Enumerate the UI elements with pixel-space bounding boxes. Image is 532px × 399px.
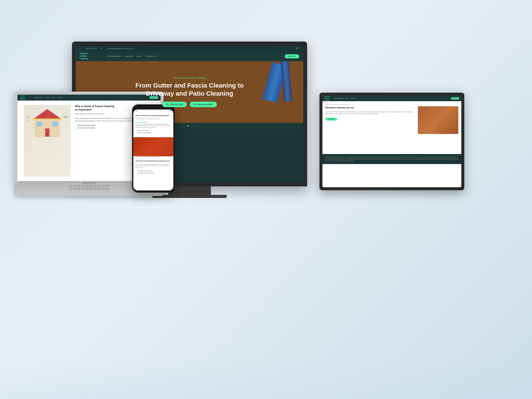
tablet-nav: externalsurfacecleaning. OUR SERVICES ▾ … [323, 96, 461, 101]
key [89, 185, 93, 187]
key [98, 185, 101, 187]
key [69, 185, 73, 187]
phone-check-2-text: Prevent Mould and Mildew [137, 132, 151, 133]
hero-buttons: 📞 Give us a Call ✉ Drop us an Email [162, 102, 217, 107]
phone-green-label: ▼ subtitle heading here [135, 121, 171, 123]
phone-s2-check-2-text: The condition of your brickwork [137, 172, 153, 174]
key [98, 188, 101, 190]
phone-status-bar: 9:41 ●●● [133, 109, 173, 113]
laptop-camera-notch [83, 182, 95, 184]
nav-link-faq[interactable]: FAQ HUB [126, 55, 133, 57]
laptop-diagram: Gutter Fascia Soffit Downpipe Brickwork [24, 105, 71, 177]
laptop-nav-services[interactable]: OUR SERVICES ▾ [34, 97, 43, 98]
tablet-nav-cta[interactable]: Call Us 📞 [451, 97, 459, 100]
topbar-phone: (000) 111 0000 [85, 48, 97, 49]
key [89, 188, 93, 190]
tablet-nav-logo: externalsurfacecleaning. [325, 96, 330, 101]
key [77, 188, 81, 190]
hero-subtitle: Omnia External Surface Cleaning [174, 77, 205, 79]
key [77, 185, 81, 187]
window-right [53, 122, 57, 126]
floor-surface [0, 356, 532, 399]
tablet-nav-blog[interactable]: BLOG [345, 98, 348, 99]
phone-check-1-text: Maintain Curb Appeal [137, 130, 149, 131]
phone-s2-check-icon-2: ✓ [135, 172, 137, 174]
laptop-nav-faq[interactable]: FAQ HUB [45, 97, 50, 98]
key [81, 188, 85, 190]
social-facebook[interactable]: f [192, 125, 192, 127]
email-btn-icon: ✉ [194, 103, 196, 105]
house-walls [35, 119, 59, 137]
phone-section2-title: How Much Does Brickwork Cleaning Cost? [135, 160, 171, 162]
nav-link-services[interactable]: OUR SERVICES ▾ [108, 55, 122, 57]
key [94, 185, 97, 187]
key [81, 185, 85, 187]
call-icon: 📞 [166, 103, 169, 105]
key [94, 188, 97, 190]
brick-vertical-lines [418, 106, 458, 134]
hero-title: From Gutter and Fascia Cleaning to Drive… [135, 81, 244, 97]
key [101, 185, 105, 187]
nav-links: OUR SERVICES ▾ FAQ HUB BLOG CONTACT US [108, 55, 156, 57]
key [69, 188, 73, 190]
diagram-labels: Gutter Fascia Soffit [27, 116, 30, 122]
nav-cta-button[interactable]: Call Us 📞 [285, 54, 299, 58]
phone-notch [148, 107, 159, 108]
house-door [45, 128, 49, 137]
phone-s2-check-icon-1: ✓ [135, 170, 137, 171]
key [85, 188, 89, 190]
tablet-device: externalsurfacecleaning. OUR SERVICES ▾ … [319, 93, 464, 190]
gutter-line-left [28, 123, 39, 123]
diagram-labels-right: Downpipe Brickwork [63, 116, 68, 119]
tablet-frame: externalsurfacecleaning. OUR SERVICES ▾ … [319, 93, 464, 190]
laptop-nav-blog[interactable]: BLOG [52, 97, 55, 98]
nav-link-blog[interactable]: BLOG [137, 55, 142, 57]
nav-logo: externalsurfacecleaning. [80, 52, 88, 60]
window-left [37, 122, 42, 126]
phone-frame: 9:41 ●●● Why is Brickwork Cleaning So Im… [132, 104, 175, 193]
phone-time: 9:41 [135, 110, 138, 112]
topbar-email: info@externalsurface-cleaning.com [107, 48, 133, 49]
laptop-nav-logo: externalsurfacecleaning. [20, 95, 25, 100]
phone-stair-image [133, 137, 173, 156]
nav-link-contact[interactable]: CONTACT US [146, 55, 156, 57]
tablet-nav-contact[interactable]: CONTACT US [350, 98, 356, 99]
website-nav: externalsurfacecleaning. OUR SERVICES ▾ … [76, 51, 303, 61]
website-topbar: 📞 (000) 111 0000 ✉ info@externalsurface-… [76, 45, 303, 51]
key [73, 188, 77, 190]
hero-email-button[interactable]: ✉ Drop us an Email [190, 102, 217, 107]
instagram-icon: 📷 [296, 47, 298, 49]
tablet-lower-section: Looking for 'brickwork cleaning near me?… [323, 154, 461, 164]
tablet-nav-services[interactable]: OUR SERVICES ▾ [334, 98, 343, 99]
phone-content-top: Why is Brickwork Cleaning So Important? … [133, 113, 173, 135]
phone-section2-body: The price of gutter cleaning can differ … [135, 164, 171, 169]
phone-check-2: ✓ Prevent Mould and Mildew [135, 132, 171, 133]
laptop-nav-contact[interactable]: CONTACT US [57, 97, 64, 98]
tablet-nav-links: OUR SERVICES ▾ BLOG CONTACT US [334, 98, 356, 99]
phone-section2-check-1: ✓ The height of your property [135, 170, 171, 171]
tablet-article-wrapper: Brickwork cleaning near me... Omnia Exte… [325, 106, 458, 134]
brick-lines [133, 137, 173, 156]
phone-section2-check-2: ✓ The condition of your brickwork [135, 172, 171, 174]
check-icon-2: ✓ [75, 127, 76, 129]
tablet-lower-text: Looking for 'brickwork cleaning near me?… [325, 156, 458, 162]
phone-signal: ●●● [169, 110, 171, 112]
key [85, 185, 89, 187]
phone-check-1: ✓ Maintain Curb Appeal [135, 130, 171, 131]
phone-s2-check-1-text: The height of your property [137, 170, 152, 171]
phone-device: 9:41 ●●● Why is Brickwork Cleaning So Im… [132, 104, 175, 193]
phone-check-icon-2: ✓ [135, 132, 137, 133]
key [106, 188, 109, 190]
phone-screen: 9:41 ●●● Why is Brickwork Cleaning So Im… [133, 109, 173, 190]
key [106, 185, 109, 187]
phone-section1-intro: It is brickwork cleaner, is crucial for … [135, 118, 171, 120]
social-instagram[interactable]: 📷 [187, 125, 189, 127]
tablet-main-content: Home / Services / Brickwork and surround… [323, 101, 461, 154]
check-icon-1: ✓ [75, 124, 76, 126]
house-illustration: Gutter Fascia Soffit Downpipe Brickwork [26, 107, 69, 150]
monitor-stand [168, 186, 211, 195]
phone-icon: 📞 [79, 48, 81, 49]
tablet-cta-button[interactable]: Get a Quote [325, 118, 337, 120]
hero-call-button[interactable]: 📞 Give us a Call [162, 102, 187, 107]
tablet-screen: externalsurfacecleaning. OUR SERVICES ▾ … [323, 96, 461, 187]
